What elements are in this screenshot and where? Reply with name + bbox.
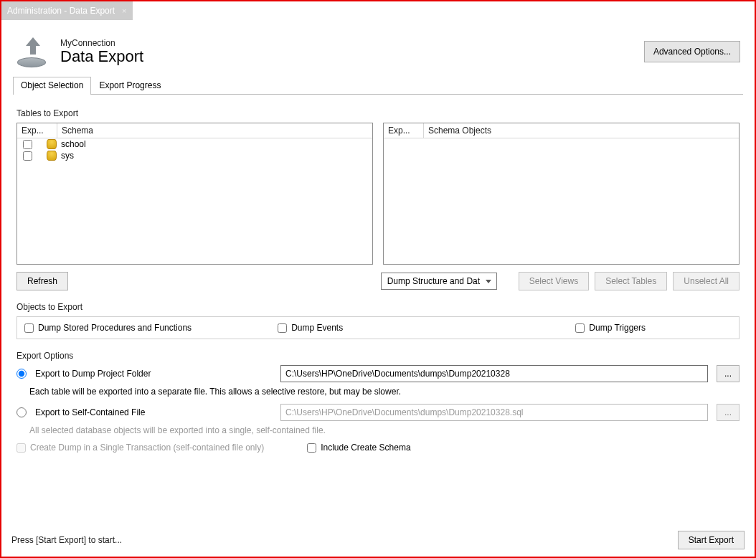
page-title: Data Export <box>60 47 143 66</box>
footer: Press [Start Export] to start... Start E… <box>11 531 745 549</box>
schema-row[interactable]: sys <box>17 150 372 161</box>
objects-col-export[interactable]: Exp... <box>384 123 424 138</box>
export-folder-hint: Each table will be exported into a separ… <box>29 387 740 397</box>
export-folder-radio[interactable] <box>16 369 27 379</box>
object-selection-panel: Tables to Export Exp... Schema school <box>13 95 743 470</box>
browse-file-button[interactable]: ... <box>717 404 740 421</box>
select-views-button[interactable]: Select Views <box>519 272 589 290</box>
dump-events-label: Dump Events <box>291 323 343 333</box>
title-block: MyConnection Data Export <box>60 38 143 66</box>
dump-triggers-label: Dump Triggers <box>589 323 646 333</box>
schema-row[interactable]: school <box>17 138 372 150</box>
export-options-group: Export Options Export to Dump Project Fo… <box>16 350 740 458</box>
export-file-label: Export to Self-Contained File <box>35 407 272 417</box>
export-folder-label: Export to Dump Project Folder <box>35 369 272 379</box>
content-area: MyConnection Data Export Advanced Option… <box>1 20 755 478</box>
app-window: Administration - Data Export × MyConnect… <box>0 0 756 558</box>
objects-to-export-label: Objects to Export <box>16 302 740 312</box>
export-options-label: Export Options <box>16 351 740 361</box>
schema-row-name: school <box>61 139 86 149</box>
schema-table: Exp... Schema school <box>16 123 373 265</box>
unselect-all-button[interactable]: Unselect All <box>673 272 740 290</box>
objects-col-objects[interactable]: Schema Objects <box>424 123 739 138</box>
tab-export-progress[interactable]: Export Progress <box>91 77 169 95</box>
export-file-radio[interactable] <box>16 407 27 417</box>
schema-row-checkbox[interactable] <box>23 151 32 161</box>
header-left: MyConnection Data Export <box>16 34 143 69</box>
document-tab-title: Administration - Data Export <box>7 6 115 16</box>
browse-folder-button[interactable]: ... <box>717 365 740 382</box>
export-icon <box>16 34 50 69</box>
document-tab-data-export[interactable]: Administration - Data Export × <box>1 1 133 20</box>
include-create-schema-checkbox[interactable]: Include Create Schema <box>307 443 410 453</box>
single-transaction-label: Create Dump in a Single Transaction (sel… <box>30 443 264 453</box>
inner-tab-bar: Object Selection Export Progress <box>13 76 743 95</box>
start-export-button[interactable]: Start Export <box>678 531 745 549</box>
select-tables-button[interactable]: Select Tables <box>595 272 667 290</box>
schema-col-export[interactable]: Exp... <box>17 123 57 138</box>
refresh-button[interactable]: Refresh <box>16 272 68 290</box>
dump-triggers-checkbox[interactable]: Dump Triggers <box>575 323 646 333</box>
dump-type-select[interactable]: Dump Structure and Dat <box>381 273 497 290</box>
connection-name: MyConnection <box>60 38 143 48</box>
close-icon[interactable]: × <box>122 6 126 15</box>
dump-events-checkbox[interactable]: Dump Events <box>278 323 343 333</box>
schema-row-name: sys <box>61 151 74 161</box>
schema-row-checkbox[interactable] <box>23 140 32 149</box>
advanced-options-button[interactable]: Advanced Options... <box>644 41 740 62</box>
objects-to-export-group: Objects to Export Dump Stored Procedures… <box>16 301 740 340</box>
dump-procs-checkbox[interactable]: Dump Stored Procedures and Functions <box>24 323 192 333</box>
schema-objects-table: Exp... Schema Objects <box>383 123 740 265</box>
header-row: MyConnection Data Export Advanced Option… <box>16 34 740 69</box>
single-transaction-checkbox[interactable]: Create Dump in a Single Transaction (sel… <box>16 443 264 453</box>
tables-to-export-group: Tables to Export Exp... Schema school <box>16 108 740 291</box>
tables-to-export-label: Tables to Export <box>16 108 740 118</box>
export-file-path[interactable] <box>280 404 708 421</box>
include-create-schema-label: Include Create Schema <box>321 443 410 453</box>
tab-object-selection[interactable]: Object Selection <box>13 77 91 95</box>
schema-col-schema[interactable]: Schema <box>57 123 372 138</box>
export-folder-path[interactable] <box>280 365 708 382</box>
document-tab-bar: Administration - Data Export × <box>1 1 755 20</box>
export-file-hint: All selected database objects will be ex… <box>29 425 740 435</box>
status-text: Press [Start Export] to start... <box>11 535 122 545</box>
database-icon <box>47 139 57 149</box>
dump-procs-label: Dump Stored Procedures and Functions <box>38 323 192 333</box>
database-icon <box>47 151 57 161</box>
